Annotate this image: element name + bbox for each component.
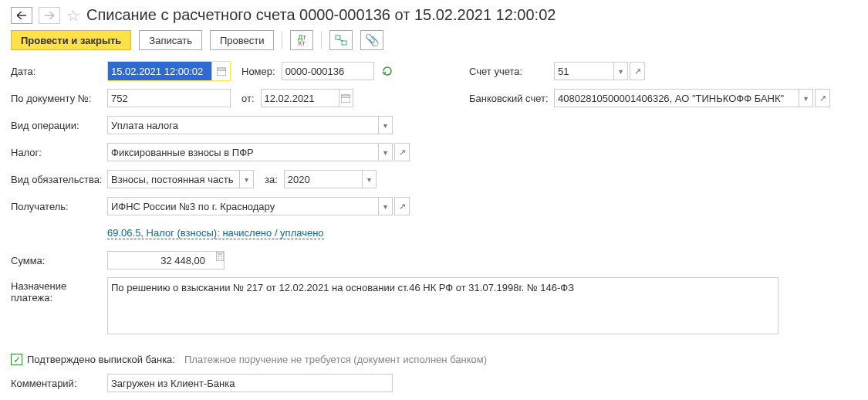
chevron-down-icon[interactable]: ▾ (239, 171, 253, 188)
nav-forward-button[interactable] (39, 7, 60, 24)
dtkt-icon: ДтКт (298, 34, 306, 46)
bank-account-select[interactable]: 40802810500001406326, АО "ТИНЬКОФФ БАНК"… (554, 89, 813, 107)
attachments-button[interactable]: 📎 (360, 30, 383, 50)
save-button[interactable]: Записать (139, 30, 202, 50)
chevron-down-icon[interactable]: ▾ (613, 63, 627, 80)
label-recipient: Получатель: (11, 201, 107, 212)
svg-rect-0 (336, 36, 340, 39)
doc-no-input[interactable] (107, 89, 231, 107)
recipient-open-button[interactable]: ↗ (394, 197, 410, 215)
svg-point-10 (218, 258, 219, 259)
op-type-select[interactable]: Уплата налога ▾ (107, 116, 393, 134)
chevron-down-icon[interactable]: ▾ (378, 144, 392, 161)
tax-select[interactable]: Фиксированные взносы в ПФР ▾ (107, 143, 393, 161)
svg-rect-4 (341, 95, 350, 103)
arrow-left-icon (17, 12, 26, 19)
date-input[interactable]: 15.02.2021 12:00:02 (107, 61, 231, 81)
chevron-down-icon[interactable]: ▾ (378, 198, 392, 215)
label-tax: Налог: (11, 147, 107, 158)
check-icon: ✓ (13, 355, 21, 364)
bank-account-open-button[interactable]: ↗ (815, 89, 830, 107)
label-account: Счет учета: (469, 66, 554, 77)
label-obligation: Вид обязательства: (11, 174, 107, 185)
account-open-button[interactable]: ↗ (630, 62, 645, 80)
label-confirmed: Подтверждено выпиской банка: (27, 354, 175, 365)
label-comment: Комментарий: (11, 378, 107, 389)
label-doc-no: По документу №: (11, 93, 107, 104)
svg-rect-6 (216, 252, 224, 261)
label-amount: Сумма: (11, 255, 107, 266)
nav-back-button[interactable] (11, 7, 32, 24)
arrow-right-icon (45, 12, 54, 19)
label-from: от: (241, 93, 255, 104)
label-op-type: Вид операции: (11, 120, 107, 131)
label-purpose: Назначение платежа: (11, 277, 107, 303)
chevron-down-icon[interactable]: ▾ (378, 117, 392, 134)
calculator-icon[interactable] (216, 252, 224, 269)
page-title: Списание с расчетного счета 0000-000136 … (86, 6, 556, 24)
label-number: Номер: (241, 66, 275, 77)
calendar-icon[interactable] (339, 90, 353, 107)
post-button[interactable]: Провести (210, 30, 275, 50)
date-value: 15.02.2021 12:00:02 (108, 62, 211, 80)
svg-point-9 (221, 256, 222, 257)
obligation-select[interactable]: Взносы, постоянная часть ▾ (107, 170, 254, 188)
order-note-text: Платежное поручение не требуется (докуме… (184, 354, 487, 365)
post-and-close-button[interactable]: Провести и закрыть (11, 30, 131, 50)
calendar-icon[interactable] (211, 62, 230, 80)
paperclip-icon: 📎 (365, 33, 380, 47)
svg-point-11 (221, 258, 222, 259)
account-select[interactable]: 51 ▾ (554, 62, 628, 80)
number-input[interactable] (282, 62, 374, 80)
comment-input[interactable] (107, 374, 393, 392)
doc-date-input[interactable]: 12.02.2021 (261, 89, 353, 107)
tax-open-button[interactable]: ↗ (394, 143, 410, 161)
chain-icon (335, 35, 347, 46)
chevron-down-icon[interactable]: ▾ (799, 90, 812, 107)
label-for: за: (265, 174, 278, 185)
debit-credit-button[interactable]: ДтКт (290, 30, 313, 50)
chevron-down-icon[interactable]: ▾ (362, 171, 376, 188)
for-year-select[interactable]: 2020 ▾ (284, 170, 377, 188)
svg-rect-1 (342, 41, 346, 45)
amount-input[interactable] (107, 251, 225, 269)
favorite-star-icon[interactable]: ☆ (66, 8, 80, 23)
related-docs-button[interactable] (329, 30, 353, 50)
recipient-select[interactable]: ИФНС России №3 по г. Краснодару ▾ (107, 197, 393, 215)
confirmed-checkbox[interactable]: ✓ (11, 354, 22, 365)
kbk-link[interactable]: 69.06.5, Налог (взносы): начислено / упл… (107, 227, 324, 239)
refresh-number-icon[interactable] (382, 66, 393, 76)
label-bank-account: Банковский счет: (469, 93, 554, 104)
svg-rect-2 (217, 68, 226, 76)
label-date: Дата: (11, 66, 107, 77)
purpose-textarea[interactable] (107, 277, 778, 334)
svg-point-8 (218, 256, 219, 257)
